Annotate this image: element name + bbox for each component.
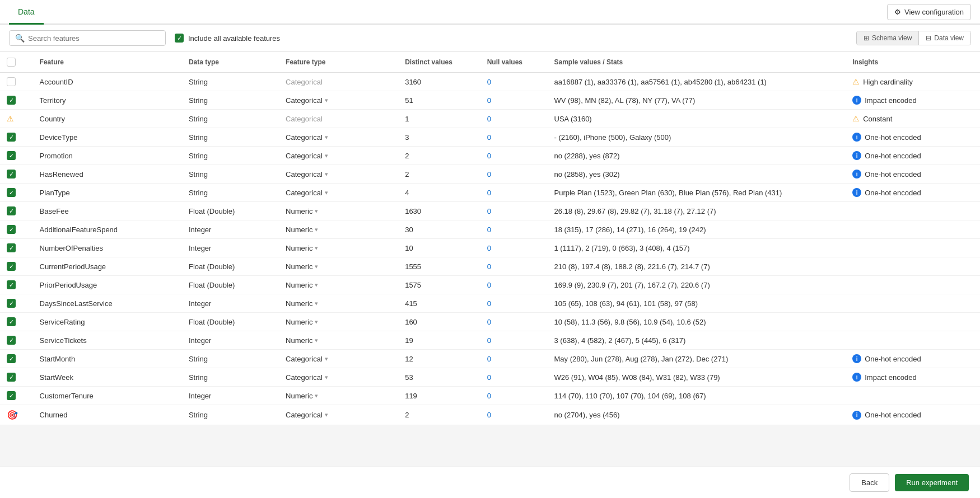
cell-datatype: String	[182, 128, 279, 147]
cell-feature: CurrentPeriodUsage	[33, 257, 182, 276]
cell-sample: 1 (1117), 2 (719), 0 (663), 3 (408), 4 (…	[548, 239, 846, 257]
cell-distinct: 160	[398, 313, 480, 331]
row-checkbox[interactable]: ✓	[7, 188, 16, 197]
cell-featuretype: Numeric ▾	[279, 276, 398, 294]
cell-insights: ⚠ High cardinality	[846, 73, 980, 91]
chevron-icon: ▾	[315, 208, 318, 215]
row-checkbox[interactable]: ✓	[7, 96, 16, 105]
cell-check: ✓	[0, 276, 33, 294]
cell-sample: 10 (58), 11.3 (56), 9.8 (56), 10.9 (54),…	[548, 313, 846, 331]
cell-null: 0	[480, 73, 548, 91]
cell-feature: AdditionalFeatureSpend	[33, 220, 182, 239]
schema-view-button[interactable]: ⊞ Schema view	[857, 31, 919, 45]
chevron-icon: ▾	[325, 171, 328, 178]
table-row: ✓ ServiceTickets Integer Numeric ▾ 19 0 …	[0, 331, 980, 350]
cell-featuretype: Categorical	[279, 110, 398, 128]
row-checkbox[interactable]: ✓	[7, 206, 16, 215]
warning-icon: ⚠	[852, 114, 860, 123]
row-checkbox[interactable]: ✓	[7, 133, 16, 142]
chevron-icon: ▾	[315, 226, 318, 233]
target-icon: 🎯	[7, 410, 18, 420]
null-value: 0	[487, 225, 491, 234]
cell-featuretype: Categorical ▾	[279, 147, 398, 165]
cell-sample: Purple Plan (1523), Green Plan (630), Bl…	[548, 184, 846, 202]
cell-featuretype: Categorical	[279, 73, 398, 91]
row-checkbox[interactable]: ✓	[7, 317, 16, 326]
row-checkbox[interactable]: ✓	[7, 151, 16, 160]
tab-data[interactable]: Data	[9, 1, 44, 25]
view-config-button[interactable]: ⚙ View configuration	[887, 4, 971, 20]
info-icon: i	[852, 373, 861, 382]
row-checkbox[interactable]: ✓	[7, 225, 16, 234]
row-checkbox[interactable]: ✓	[7, 170, 16, 178]
cell-feature: PlanType	[33, 184, 182, 202]
cell-sample: 18 (315), 17 (286), 14 (271), 16 (264), …	[548, 220, 846, 239]
table-row: ✓ PriorPeriodUsage Float (Double) Numeri…	[0, 276, 980, 294]
cell-insights: i One-hot encoded	[846, 165, 980, 184]
table-row: ✓ CurrentPeriodUsage Float (Double) Nume…	[0, 257, 980, 276]
cell-featuretype: Categorical ▾	[279, 91, 398, 110]
row-checkbox[interactable]: ✓	[7, 280, 16, 289]
cell-insights	[846, 257, 980, 276]
cell-sample: 114 (70), 110 (70), 107 (70), 104 (69), …	[548, 387, 846, 405]
include-features-checkbox[interactable]: ✓	[175, 34, 184, 43]
chevron-icon: ▾	[315, 337, 318, 344]
row-checkbox[interactable]	[7, 77, 16, 86]
cell-distinct: 119	[398, 387, 480, 405]
data-view-button[interactable]: ⊟ Data view	[919, 31, 970, 45]
null-value: 0	[487, 318, 491, 326]
null-value: 0	[487, 336, 491, 345]
row-checkbox[interactable]: ✓	[7, 262, 16, 271]
include-features-toggle[interactable]: ✓ Include all available features	[175, 34, 280, 43]
insight-label: One-hot encoded	[865, 170, 921, 178]
null-value: 0	[487, 392, 491, 400]
cell-null: 0	[480, 331, 548, 350]
cell-featuretype: Numeric ▾	[279, 331, 398, 350]
table-row: AccountID String Categorical 3160 0 aa16…	[0, 73, 980, 91]
insight-cell: ⚠ Constant	[852, 114, 973, 123]
table-row: ✓ Promotion String Categorical ▾ 2 0 no …	[0, 147, 980, 165]
cell-datatype: String	[182, 165, 279, 184]
null-value: 0	[487, 355, 491, 363]
col-header-sample: Sample values / Stats	[548, 52, 846, 73]
cell-insights	[846, 294, 980, 313]
search-icon: 🔍	[15, 34, 25, 43]
cell-null: 0	[480, 294, 548, 313]
table-row: ✓ PlanType String Categorical ▾ 4 0 Purp…	[0, 184, 980, 202]
table-row: 🎯 Churned String Categorical ▾ 2 0 no (2…	[0, 405, 980, 425]
cell-check: ✓	[0, 368, 33, 387]
insight-label: One-hot encoded	[865, 355, 921, 363]
cell-check: ✓	[0, 91, 33, 110]
cell-check: ✓	[0, 147, 33, 165]
row-checkbox[interactable]: ✓	[7, 354, 16, 363]
cell-feature: DaysSinceLastService	[33, 294, 182, 313]
features-table: Feature Data type Feature type Distinct …	[0, 52, 980, 425]
cell-null: 0	[480, 220, 548, 239]
row-checkbox[interactable]: ✓	[7, 243, 16, 252]
row-checkbox[interactable]: ✓	[7, 336, 16, 345]
cell-distinct: 51	[398, 91, 480, 110]
cell-distinct: 1575	[398, 276, 480, 294]
cell-null: 0	[480, 202, 548, 220]
cell-feature: AccountID	[33, 73, 182, 91]
cell-sample: WV (98), MN (82), AL (78), NY (77), VA (…	[548, 91, 846, 110]
cell-null: 0	[480, 147, 548, 165]
cell-feature: Country	[33, 110, 182, 128]
cell-distinct: 3	[398, 128, 480, 147]
col-header-check	[0, 52, 33, 73]
cell-distinct: 10	[398, 239, 480, 257]
cell-sample: aa16887 (1), aa33376 (1), aa57561 (1), a…	[548, 73, 846, 91]
cell-check: ✓	[0, 128, 33, 147]
cell-sample: no (2288), yes (872)	[548, 147, 846, 165]
search-input[interactable]	[28, 34, 160, 43]
row-checkbox[interactable]: ✓	[7, 299, 16, 308]
row-checkbox[interactable]: ✓	[7, 373, 16, 382]
select-all-checkbox[interactable]	[7, 58, 16, 67]
row-checkbox[interactable]: ✓	[7, 391, 16, 400]
cell-datatype: Float (Double)	[182, 257, 279, 276]
data-view-label: Data view	[934, 34, 964, 42]
cell-featuretype: Numeric ▾	[279, 202, 398, 220]
cell-datatype: String	[182, 350, 279, 368]
chevron-icon: ▾	[325, 355, 328, 363]
cell-sample: May (280), Jun (278), Aug (278), Jan (27…	[548, 350, 846, 368]
